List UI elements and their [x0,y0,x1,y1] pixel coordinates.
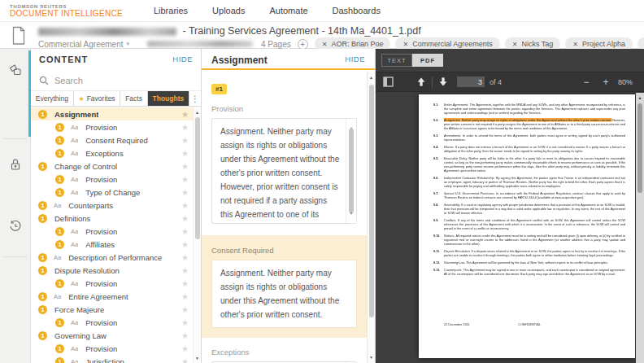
clause-number: 9.3. [433,133,444,142]
section-text: Assignment. Neither party may assign its… [220,266,348,321]
tree-item-label: Provision [85,123,117,132]
tree-row[interactable]: 1 Aa Jurisdiction ★ [31,355,193,363]
tree-row[interactable]: 1 Aa Provision ★ [31,120,193,133]
favorite-star-icon[interactable]: ★ [181,214,189,223]
tree-row[interactable]: 1 Aa Provision ★ [31,316,193,329]
thumbnail-panel-icon[interactable] [383,77,394,87]
scroll-up-icon[interactable]: ▲ [636,95,644,100]
clause-hide-button[interactable]: HIDE [345,55,365,68]
pdf-page[interactable]: 9.1. Entire Agreement. This Agreement, t… [419,94,635,358]
scroll-up-icon[interactable]: ▲ [368,75,375,80]
favorite-star-icon[interactable]: ★ [181,292,189,301]
content-tab[interactable]: ★ Everything [31,91,74,106]
tree-row[interactable]: 1 Aa Provision ★ [31,225,193,238]
nav-item[interactable]: Uploads [212,6,245,15]
pdf-scrollbar[interactable]: ▲ [636,93,644,363]
clause-number: 9.13. [433,268,444,276]
scroll-down-icon[interactable]: ▼ [346,207,356,221]
favorite-star-icon[interactable]: ★ [181,201,189,210]
clause-panel-scrollbar[interactable]: ▲ ▼ [367,72,375,363]
zoom-out-button[interactable]: − [579,77,594,88]
tree-row[interactable]: 1 Aa Definitions ★ [31,212,193,225]
content-tab[interactable]: ★ Favorites [74,91,121,106]
favorite-star-icon[interactable]: ★ [181,227,189,236]
content-tab[interactable]: ★ Facts [120,91,147,106]
tree-row[interactable]: 1 Aa Provision ★ [31,342,193,355]
favorite-star-icon[interactable]: ★ [181,175,189,184]
zoom-in-button[interactable]: + [598,77,613,88]
regions-tool-icon[interactable] [8,63,23,77]
favorite-star-icon[interactable]: ★ [181,110,189,119]
favorite-star-icon[interactable]: ★ [181,188,189,197]
history-icon[interactable] [8,219,23,234]
favorite-star-icon[interactable]: ★ [181,240,189,249]
tree-row[interactable]: 1 Aa Type of Change ★ [31,186,193,199]
tab-overflow-menu-icon[interactable]: ⋮ [189,91,201,106]
remove-tag-icon[interactable]: ✕ [572,41,578,48]
favorite-star-icon[interactable]: ★ [181,305,189,314]
favorite-star-icon[interactable]: ★ [181,344,189,353]
clause-text: Independent Contractor Relationship. By … [444,176,625,188]
nav-item[interactable]: Automate [269,6,307,15]
remove-tag-icon[interactable]: ✕ [322,41,328,48]
lock-icon[interactable] [9,157,22,172]
doc-type-dropdown[interactable]: Commercial Agreement [38,40,123,49]
scrollbar-thumb[interactable] [369,85,374,317]
scrollbar-thumb[interactable] [637,103,642,193]
page-up-icon[interactable] [416,77,426,87]
remove-tag-icon[interactable]: ✕ [512,41,518,48]
tree-row[interactable]: 1 Aa Provision ★ [31,277,193,290]
tree-row[interactable]: 1 Aa Consent Required ★ [31,133,193,147]
tree-row[interactable]: 1 Aa Governing Law ★ [31,329,193,342]
favorite-star-icon[interactable]: ★ [181,253,189,262]
scroll-down-icon[interactable]: ▼ [368,355,375,360]
redacted-text [38,28,176,36]
remove-tag-icon[interactable]: ✕ [402,41,408,48]
tree-row[interactable]: 1 Aa Force Majeure ★ [31,303,193,316]
section-textbox[interactable]: Assignment. Neither party may assign its… [211,260,357,328]
content-header: CONTENT HIDE [31,49,201,70]
tree-row[interactable]: 1 Aa Exceptions ★ [31,147,193,160]
content-scrollbar[interactable]: ▲ ▼ [193,107,201,363]
brand-logo[interactable]: THOMSON REUTERS DOCUMENT INTELLIGENCE [10,4,123,18]
nav-item[interactable]: Libraries [154,6,188,15]
view-mode-tab[interactable]: TEXT [381,54,412,67]
nav-item[interactable]: Dashboards [333,6,381,15]
content-hide-button[interactable]: HIDE [172,55,193,70]
search-input[interactable] [54,76,193,85]
clause-number: 9.6. [433,176,444,188]
section-label: Consent Required [211,246,357,255]
favorite-star-icon[interactable]: ★ [181,162,189,171]
count-badge: 1 [38,253,47,262]
section-textbox[interactable]: Assignment. Neither party may assign its… [211,118,357,224]
tree-row[interactable]: 1 Aa Entire Agreement ★ [31,290,193,303]
view-mode-tab[interactable]: PDF [412,54,443,67]
favorite-star-icon[interactable]: ★ [181,149,189,158]
scrollbar-thumb[interactable] [349,129,354,213]
tree-row[interactable]: 1 Aa Change of Control ★ [31,160,193,173]
scroll-down-icon[interactable]: ▼ [194,356,201,361]
tree-row[interactable]: 1 Aa Provision ★ [31,173,193,186]
scroll-up-icon[interactable]: ▲ [194,110,201,115]
add-tag-button[interactable]: + [298,39,308,50]
textbox-scrollbar[interactable]: ▲ ▼ [346,119,356,223]
favorite-star-icon[interactable]: ★ [181,136,189,145]
tree-row[interactable]: 1 Aa Counterparts ★ [31,199,193,212]
page-number-input[interactable] [457,77,485,87]
scrollbar-thumb[interactable] [195,117,200,239]
favorite-star-icon[interactable]: ★ [181,266,189,275]
content-filter-tabs: ★ Everything ★ Favorites ★ Facts ★ [31,91,201,107]
tree-row[interactable]: 1 Aa Description of Performance ★ [31,251,193,264]
page-down-icon[interactable] [438,77,448,87]
content-tab[interactable]: ★ Thoughts [148,91,189,106]
tree-row[interactable]: 1 Aa Affiliates ★ [31,238,193,251]
favorite-star-icon[interactable]: ★ [181,331,189,340]
favorite-star-icon[interactable]: ★ [181,279,189,288]
tree-item-label: Provision [85,344,117,353]
tree-row[interactable]: 1 Aa Dispute Resolution ★ [31,264,193,277]
tree-row[interactable]: 1 Aa Assignment ★ [31,107,193,120]
clause-number-badge: #1 [211,84,227,94]
favorite-star-icon[interactable]: ★ [181,123,189,132]
favorite-star-icon[interactable]: ★ [181,357,189,363]
favorite-star-icon[interactable]: ★ [181,318,189,327]
